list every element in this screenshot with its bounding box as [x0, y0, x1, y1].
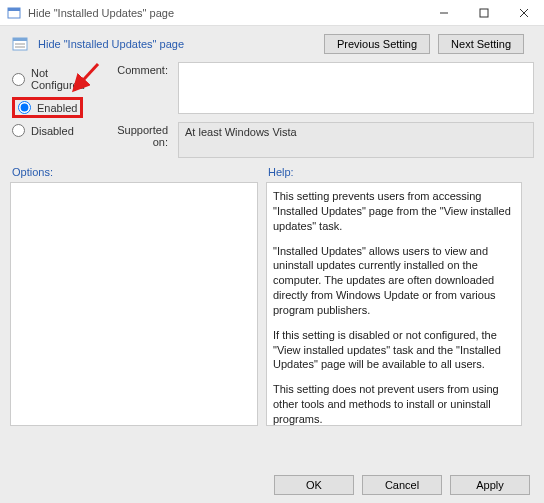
radio-not-configured[interactable]: Not Configured — [10, 64, 103, 94]
options-label: Options: — [10, 166, 258, 178]
apply-button[interactable]: Apply — [450, 475, 530, 495]
close-button[interactable] — [504, 0, 544, 26]
supported-on-box: At least Windows Vista — [178, 122, 534, 158]
radio-enabled-label: Enabled — [37, 102, 77, 114]
footer: OK Cancel Apply — [274, 475, 530, 495]
radio-not-configured-input[interactable] — [12, 73, 25, 86]
supported-label: Supported on: — [113, 116, 168, 148]
help-box: This setting prevents users from accessi… — [266, 182, 522, 426]
comment-input[interactable] — [178, 62, 534, 114]
previous-setting-button[interactable]: Previous Setting — [324, 34, 430, 54]
policy-title: Hide "Installed Updates" page — [38, 38, 316, 50]
radio-not-configured-label: Not Configured — [31, 67, 101, 91]
radio-disabled-label: Disabled — [31, 125, 74, 137]
svg-rect-3 — [480, 9, 488, 17]
radio-disabled-input[interactable] — [12, 124, 25, 137]
svg-rect-7 — [13, 38, 27, 41]
radio-enabled-input[interactable] — [18, 101, 31, 114]
radio-enabled[interactable]: Enabled — [12, 97, 83, 118]
titlebar: Hide "Installed Updates" page — [0, 0, 544, 26]
options-box — [10, 182, 258, 426]
comment-label: Comment: — [113, 64, 168, 116]
policy-icon — [10, 34, 30, 54]
window-title: Hide "Installed Updates" page — [28, 7, 424, 19]
minimize-button[interactable] — [424, 0, 464, 26]
help-label: Help: — [266, 166, 522, 178]
next-setting-button[interactable]: Next Setting — [438, 34, 524, 54]
help-p2: "Installed Updates" allows users to view… — [273, 244, 515, 318]
ok-button[interactable]: OK — [274, 475, 354, 495]
maximize-button[interactable] — [464, 0, 504, 26]
window-icon — [6, 5, 22, 21]
svg-rect-1 — [8, 8, 20, 11]
cancel-button[interactable]: Cancel — [362, 475, 442, 495]
radio-disabled[interactable]: Disabled — [10, 121, 103, 140]
supported-on-value: At least Windows Vista — [185, 126, 297, 138]
help-p4: This setting does not prevent users from… — [273, 382, 515, 426]
help-p3: If this setting is disabled or not confi… — [273, 328, 515, 373]
header: Hide "Installed Updates" page Previous S… — [0, 26, 544, 58]
help-p1: This setting prevents users from accessi… — [273, 189, 515, 234]
